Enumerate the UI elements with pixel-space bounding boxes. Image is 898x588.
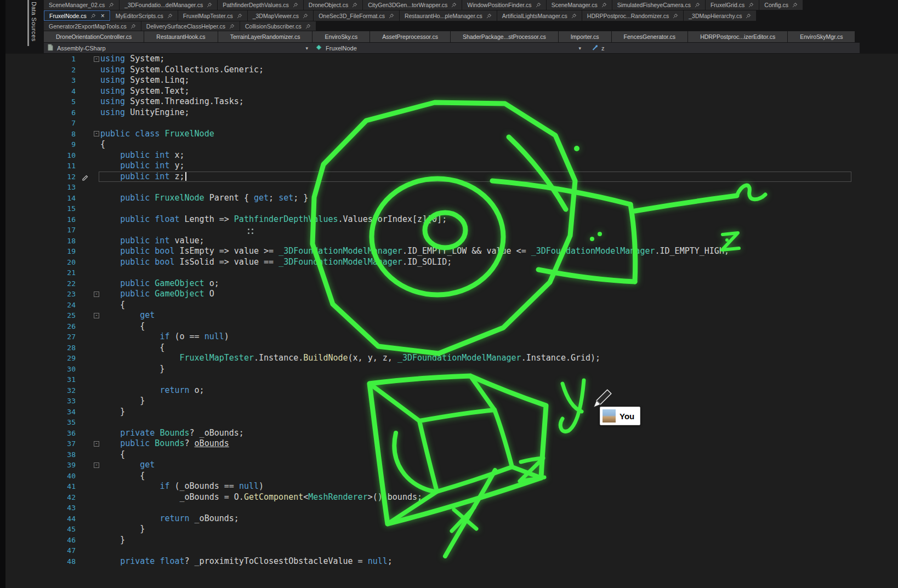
line-number[interactable]: 23 [5,289,80,300]
code-editor[interactable]: 1-using System;2using System.Collections… [5,54,898,588]
line-number[interactable]: 41 [5,481,80,492]
line-number[interactable]: 12 [5,172,80,182]
tab-myeditorscripts-cs[interactable]: MyEditorScripts.cs [111,10,178,21]
line-number[interactable]: 44 [5,513,80,524]
line-number[interactable]: 35 [5,417,80,428]
fold-collapse-icon[interactable]: - [94,463,99,468]
line-number[interactable]: 9 [5,139,80,150]
line-number[interactable]: 15 [5,203,80,214]
line-number[interactable]: 17 [5,225,80,236]
side-tab-data-sources[interactable]: Data Sources [31,2,37,42]
line-number[interactable]: 42 [5,492,80,503]
tab-importer-cs[interactable]: Importer.cs [559,31,611,42]
tab-fencesgenerator-cs[interactable]: FencesGenerator.cs [612,31,688,42]
line-number[interactable]: 34 [5,407,80,418]
fold-collapse-icon[interactable]: - [94,292,99,297]
tab-simulatedfisheyecamera-cs[interactable]: SimulatedFisheyeCamera.cs [612,0,705,10]
line-number[interactable]: 36 [5,428,80,439]
tab--3dmapviewer-cs[interactable]: _3DMapViewer.cs [248,10,313,21]
tab-envirosky-cs[interactable]: EnviroSky.cs [312,31,370,42]
line-number[interactable]: 5 [5,96,80,107]
line-number[interactable]: 11 [5,161,80,172]
tab-collisionsubscriber-cs[interactable]: CollisionSubscriber.cs [240,21,316,31]
line-number[interactable]: 32 [5,385,80,396]
line-number[interactable]: 3 [5,75,80,86]
tab-fruxelnode-cs[interactable]: FruxelNode.cs× [44,10,110,21]
pin-icon[interactable] [293,2,298,8]
line-number[interactable]: 30 [5,364,80,375]
fold-collapse-icon[interactable]: - [94,441,99,447]
fold-collapse-icon[interactable]: - [94,131,99,136]
tab-enviroskymgr-cs[interactable]: EnviroSkyMgr.cs [788,31,855,42]
line-number[interactable]: 1 [5,54,80,65]
tab-scenemanager-02-cs[interactable]: SceneManager_02.cs [44,0,119,10]
line-number[interactable]: 33 [5,396,80,407]
line-number[interactable]: 22 [5,278,80,289]
pin-icon[interactable] [167,13,173,19]
line-number[interactable]: 27 [5,332,80,342]
line-number[interactable]: 13 [5,182,80,193]
line-number[interactable]: 8 [5,129,80,140]
close-icon[interactable]: × [101,13,105,19]
line-number[interactable]: 16 [5,214,80,225]
chevron-down-icon[interactable]: ▾ [578,45,581,51]
tab--3dmaphierarchy-cs[interactable]: _3DMapHierarchy.cs [684,10,756,21]
tab-generator2exportmaptools-cs[interactable]: Generator2ExportMapTools.cs [44,21,141,31]
line-number[interactable]: 21 [5,267,80,278]
pin-icon[interactable] [695,2,700,8]
pin-icon[interactable] [536,2,541,8]
tab-artificiallightsmanager-cs[interactable]: ArtificialLightsManager.cs [497,10,582,21]
project-dropdown[interactable]: Assembly-CSharp ▾ [44,43,312,53]
chevron-down-icon[interactable]: ▾ [305,45,308,51]
line-number[interactable]: 10 [5,150,80,161]
line-number[interactable]: 24 [5,300,80,311]
line-number[interactable]: 20 [5,257,80,268]
line-number[interactable]: 47 [5,545,80,556]
tab-restaurantho-plemanager-cs[interactable]: RestaurantHo...pleManager.cs [400,10,497,21]
tab-assetpreprocessor-cs[interactable]: AssetPreprocessor.cs [370,31,450,42]
fold-collapse-icon[interactable]: - [94,313,99,318]
line-number[interactable]: 18 [5,236,80,247]
pin-icon[interactable] [303,13,308,19]
member-dropdown[interactable]: z [586,43,860,53]
tab-restauranthook-cs[interactable]: RestaurantHook.cs [144,31,217,42]
pin-icon[interactable] [792,2,798,8]
tab-droneobject-cs[interactable]: DroneObject.cs [304,0,362,10]
type-dropdown[interactable]: FruxelNode ▾ [312,43,586,53]
pin-icon[interactable] [486,13,492,19]
line-number[interactable]: 4 [5,86,80,97]
tab-config-cs[interactable]: Config.cs [759,0,803,10]
pin-icon[interactable] [207,2,212,8]
line-number[interactable]: 43 [5,503,80,513]
line-number[interactable]: 29 [5,353,80,364]
line-number[interactable]: 37 [5,438,80,449]
tab-fruxelgrid-cs[interactable]: FruxelGrid.cs [706,0,759,10]
pin-icon[interactable] [237,13,242,19]
line-number[interactable]: 28 [5,342,80,353]
tab-fruxelmaptester-cs[interactable]: FruxelMapTester.cs [178,10,247,21]
pin-icon[interactable] [746,13,751,19]
line-number[interactable]: 25 [5,310,80,321]
pin-icon[interactable] [389,13,394,19]
line-number[interactable]: 7 [5,118,80,129]
pin-icon[interactable] [601,2,607,8]
tab-hdrppostproc-izereditor-cs[interactable]: HDRPPostproc...izerEditor.cs [688,31,787,42]
pin-icon[interactable] [229,24,235,29]
line-number[interactable]: 31 [5,374,80,385]
tab-pathfinderdepthvalues-cs[interactable]: PathfinderDepthValues.cs [218,0,303,10]
tab--3dfoundatio-delmanager-cs[interactable]: _3DFoundatio...delManager.cs [120,0,217,10]
fold-collapse-icon[interactable]: - [94,56,99,62]
line-number[interactable]: 14 [5,193,80,204]
line-number[interactable]: 19 [5,246,80,257]
tab-droneorientationcontroller-cs[interactable]: DroneOrientationController.cs [44,31,144,42]
tab-deliverysurfaceclasshelper-cs[interactable]: DeliverySurfaceClassHelper.cs [141,21,240,31]
pin-icon[interactable] [130,24,136,29]
line-number[interactable]: 38 [5,449,80,460]
line-number[interactable]: 2 [5,65,80,76]
tab-windowpositionfinder-cs[interactable]: WindowPositionFinder.cs [462,0,545,10]
line-number[interactable]: 26 [5,321,80,332]
pin-icon[interactable] [673,13,678,19]
tab-shaderpackage-stprocessor-cs[interactable]: ShaderPackage...stProcessor.cs [451,31,558,42]
pin-icon[interactable] [451,2,457,8]
pin-icon[interactable] [352,2,357,8]
